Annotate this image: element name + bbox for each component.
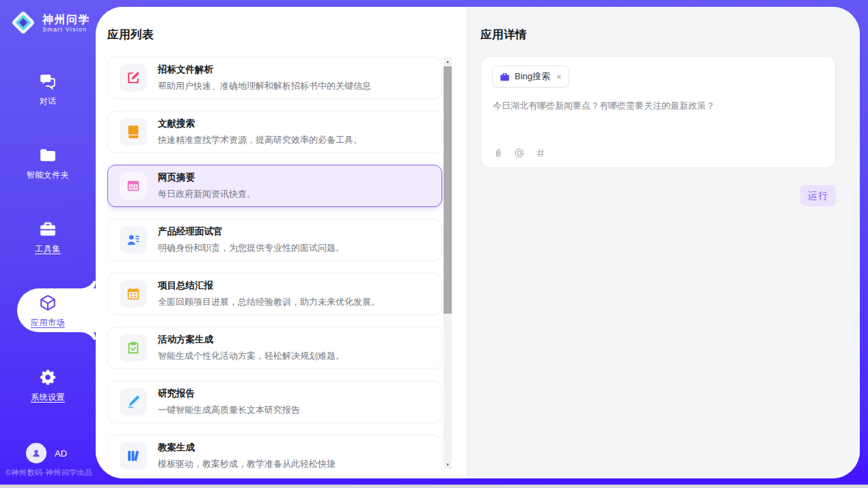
briefcase-icon [500,72,510,82]
folder-icon [39,146,57,164]
chat-icon [39,72,57,90]
cube-icon [39,294,57,312]
user-icon [31,448,42,459]
main-panel: 应用列表 招标文件解析 帮助用户快速、准确地理解和解析招标书中的关键信息 [96,7,860,478]
app-card-icon-box [120,64,147,92]
bottom-edge-strip [0,485,868,488]
user-initials: AD [55,448,67,459]
app-card-title: 网页摘要 [158,172,256,184]
app-card[interactable]: 研究报告 一键智能生成高质量长文本研究报告 [107,381,442,423]
app-card-icon-box [120,280,147,308]
app-card-title: 活动方案生成 [158,334,344,346]
app-card[interactable]: 活动方案生成 智能生成个性化活动方案，轻松解决规划难题。 [107,327,442,369]
app-card-icon-box [120,388,147,416]
app-card[interactable]: 招标文件解析 帮助用户快速、准确地理解和解析招标书中的关键信息 [107,57,442,99]
app-card-title: 项目总结汇报 [158,280,380,292]
app-window: 神州问学 Smart Vision 对话 智能文件夹 [0,0,868,488]
brand-name: 神州问学 [42,13,90,26]
app-card-icon-box [120,118,147,146]
run-button[interactable]: 运行 [800,185,836,206]
sidebar-item-label: 系统设置 [0,392,96,403]
app-card-title: 招标文件解析 [158,64,371,76]
sidebar-item[interactable]: 智能文件夹 [0,141,96,185]
tool-tag-label: Bing搜索 [515,70,550,83]
books-icon [126,448,141,463]
app-card-title: 文献搜索 [158,118,362,130]
app-card-desc: 智能生成个性化活动方案，轻松解决规划难题。 [158,350,344,362]
app-card-desc: 明确身份和职责，为您提供专业性的面试问题。 [158,242,344,254]
app-card-title: 产品经理面试官 [158,226,344,238]
tool-tag[interactable]: Bing搜索 × [492,66,569,87]
tag-close-icon[interactable]: × [556,72,562,82]
hash-icon[interactable] [535,148,546,159]
app-card-title: 教案生成 [158,442,336,454]
app-card-desc: 快速精准查找学术资源，提高研究效率的必备工具。 [158,134,362,146]
scrollbar-thumb[interactable] [444,66,452,314]
window-code-icon [126,178,141,193]
toolbox-icon [39,220,57,238]
app-card-icon-box [120,226,147,254]
sidebar-item[interactable]: 系统设置 [0,363,96,407]
app-card-desc: 每日政府新闻资讯快查。 [158,188,256,200]
paperclip-icon[interactable] [493,148,504,159]
clipboard-check-icon [126,340,141,355]
brand-logo: 神州问学 Smart Vision [10,9,90,36]
edit-note-icon [126,70,141,85]
user-row[interactable]: AD [26,443,67,463]
app-card-desc: 一键智能生成高质量长文本研究报告 [158,404,300,416]
app-card-desc: 帮助用户快速、准确地理解和解析招标书中的关键信息 [158,80,371,92]
app-card-title: 研究报告 [158,388,300,400]
scrollbar-up-icon[interactable]: ▲ [444,57,452,66]
sidebar-item-label: 对话 [0,96,96,107]
query-text[interactable]: 今日湖北有哪些新闻要点？有哪些需要关注的最新政策？ [493,99,822,112]
app-list-title: 应用列表 [107,27,154,42]
sidebar-item-label: 工具集 [0,243,96,255]
brand-logo-icon [10,9,37,36]
app-card-list: 招标文件解析 帮助用户快速、准确地理解和解析招标书中的关键信息 文献搜索 快 [107,57,444,469]
prompt-input-card[interactable]: Bing搜索 × 今日湖北有哪些新闻要点？有哪些需要关注的最新政策？ [480,56,836,168]
app-detail-title: 应用详情 [480,27,527,42]
gear-icon [39,368,57,386]
interviewer-icon [126,232,141,247]
input-toolbar [493,148,546,159]
app-card-icon-box [120,334,147,362]
sidebar: 神州问学 Smart Vision 对话 智能文件夹 [0,0,96,488]
app-list-viewport: 招标文件解析 帮助用户快速、准确地理解和解析招标书中的关键信息 文献搜索 快 [107,57,444,469]
sidebar-item-label: 应用市场 [0,317,96,329]
app-card[interactable]: 网页摘要 每日政府新闻资讯快查。 [107,165,442,207]
scrollbar-down-icon[interactable]: ▼ [444,460,452,469]
app-card-desc: 模板驱动，教案秒成，教学准备从此轻松快捷 [158,458,336,469]
sidebar-item[interactable]: 工具集 [0,215,96,258]
sidebar-item-label: 智能文件夹 [0,170,96,181]
scrollbar[interactable]: ▲ ▼ [444,57,452,469]
calendar-icon [126,286,141,301]
app-card[interactable]: 文献搜索 快速精准查找学术资源，提高研究效率的必备工具。 [107,111,442,153]
app-card-icon-box [120,172,147,200]
sidebar-item[interactable]: 对话 [0,67,96,111]
book-icon [126,124,141,139]
app-card[interactable]: 教案生成 模板驱动，教案秒成，教学准备从此轻松快捷 [107,435,442,469]
app-detail-panel: 应用详情 Bing搜索 × 今日湖北有哪些新闻要点？有哪些需要关注的最新政策？ [467,7,860,478]
copyright-footer: ©神州数码·神州问学出品 [5,467,93,478]
avatar[interactable] [26,443,46,463]
brand-subtitle: Smart Vision [42,26,90,33]
at-sign-icon[interactable] [514,148,525,159]
app-card-icon-box [120,442,147,469]
app-list-panel: 应用列表 招标文件解析 帮助用户快速、准确地理解和解析招标书中的关键信息 [96,7,467,478]
pen-icon [126,394,141,409]
app-card[interactable]: 项目总结汇报 全面回顾项目进展，总结经验教训，助力未来优化发展。 [107,273,442,315]
app-card[interactable]: 产品经理面试官 明确身份和职责，为您提供专业性的面试问题。 [107,219,442,261]
app-card-desc: 全面回顾项目进展，总结经验教训，助力未来优化发展。 [158,296,380,308]
sidebar-item[interactable]: 应用市场 [0,288,96,332]
